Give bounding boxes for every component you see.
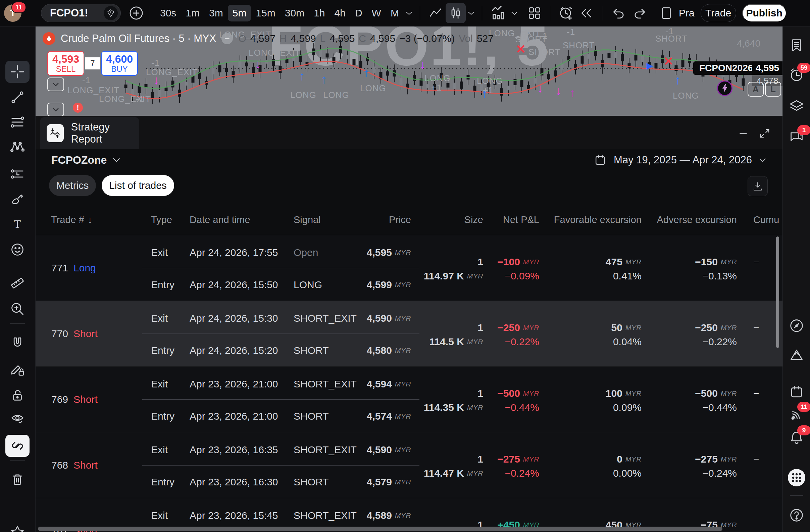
chart-title[interactable]: Crude Palm Oil Futures · 5 · MYX bbox=[61, 33, 216, 45]
exit-subrow: Exit Apr 23, 2026, 21:00 SHORT_EXIT 4,59… bbox=[35, 377, 782, 392]
buy-button[interactable]: 4,600 BUY bbox=[101, 51, 138, 76]
zoom-in-icon[interactable] bbox=[5, 298, 30, 320]
table-row[interactable]: 768 Short Exit Apr 23, 2026, 16:35 SHORT… bbox=[35, 432, 782, 498]
layout-grid-icon[interactable] bbox=[524, 3, 545, 23]
buy-price: 4,600 bbox=[106, 54, 133, 65]
magnet-icon[interactable] bbox=[5, 332, 30, 354]
alert-add-icon[interactable] bbox=[556, 3, 577, 23]
fib-lines-icon[interactable] bbox=[5, 111, 30, 133]
table-row[interactable]: 770 Short Exit Apr 24, 2026, 15:30 SHORT… bbox=[35, 301, 782, 367]
tf-5m-selected[interactable]: 5m bbox=[228, 5, 251, 21]
economic-calendar-icon[interactable] bbox=[786, 382, 807, 402]
tab-list-of-trades[interactable]: List of trades bbox=[102, 175, 174, 196]
ruler-icon[interactable] bbox=[5, 272, 30, 294]
vertical-scrollbar[interactable] bbox=[776, 236, 779, 348]
table-row[interactable]: 771 Long Exit Apr 24, 2026, 17:55 Open 4… bbox=[35, 235, 782, 301]
long-position-icon[interactable] bbox=[5, 163, 30, 185]
publish-button[interactable]: Publish bbox=[742, 4, 787, 22]
horizontal-scrollbar[interactable] bbox=[38, 527, 723, 531]
chart-style-chevron-icon[interactable] bbox=[466, 10, 476, 17]
favorites-star-icon[interactable] bbox=[5, 521, 30, 532]
link-tool-icon[interactable] bbox=[5, 435, 30, 457]
collapse-pane-button[interactable] bbox=[47, 78, 64, 91]
symbol-search[interactable]: FCPO1! bbox=[41, 4, 121, 22]
tf-30s[interactable]: 30s bbox=[155, 5, 181, 21]
undo-icon[interactable] bbox=[608, 3, 629, 23]
crosshair-icon[interactable] bbox=[5, 61, 30, 83]
add-symbol-button[interactable] bbox=[128, 5, 144, 21]
symbol-more-button[interactable] bbox=[222, 33, 233, 44]
column-date[interactable]: Date and time bbox=[190, 210, 250, 230]
compass-icon[interactable] bbox=[786, 316, 807, 336]
collapse-pane-button-2[interactable] bbox=[47, 103, 64, 116]
chat-icon[interactable]: 1 bbox=[786, 127, 807, 147]
hide-drawings-icon[interactable] bbox=[5, 408, 30, 430]
column-type[interactable]: Type bbox=[151, 210, 172, 230]
redo-icon[interactable] bbox=[629, 3, 650, 23]
maximize-panel-icon[interactable] bbox=[757, 126, 772, 140]
streams-icon[interactable]: 11 bbox=[786, 404, 807, 424]
tf-3m[interactable]: 3m bbox=[204, 5, 228, 21]
lock-icon[interactable] bbox=[5, 384, 30, 406]
line-chart-style-icon[interactable] bbox=[425, 3, 446, 23]
column-price[interactable]: Price bbox=[389, 210, 411, 230]
tf-m[interactable]: M bbox=[386, 5, 404, 21]
table-row[interactable]: 769 Short Exit Apr 23, 2026, 21:00 SHORT… bbox=[35, 366, 782, 432]
column-cumulative[interactable]: Cumu bbox=[753, 210, 779, 230]
tf-30m[interactable]: 30m bbox=[280, 5, 309, 21]
tab-metrics[interactable]: Metrics bbox=[49, 175, 96, 196]
tf-d[interactable]: D bbox=[350, 5, 367, 21]
text-tool-icon[interactable]: T bbox=[5, 213, 30, 235]
axis-price: 4,640 bbox=[737, 38, 760, 49]
tf-1m[interactable]: 1m bbox=[181, 5, 204, 21]
notifications-badge: 9 bbox=[797, 425, 810, 435]
candles-chart-style-icon[interactable] bbox=[446, 3, 466, 23]
drawing-lock-icon[interactable] bbox=[5, 359, 30, 381]
avatar[interactable]: T 11 bbox=[4, 4, 21, 22]
column-signal[interactable]: Signal bbox=[294, 210, 321, 230]
column-favorable-excursion[interactable]: Favorable excursion bbox=[554, 210, 642, 230]
apps-grid-icon[interactable] bbox=[786, 468, 807, 488]
indicators-icon[interactable] bbox=[488, 2, 509, 24]
trash-icon[interactable] bbox=[5, 468, 30, 491]
row-signal: SHORT bbox=[294, 475, 328, 489]
bar-replay-icon[interactable] bbox=[577, 3, 597, 23]
date-range-picker[interactable]: May 19, 2025 — Apr 24, 2026 bbox=[594, 151, 767, 169]
row-price: 4,574MYR bbox=[367, 409, 411, 423]
minimize-panel-icon[interactable] bbox=[736, 126, 750, 140]
column-trade-number[interactable]: Trade #↓ bbox=[51, 210, 92, 230]
column-net-pnl[interactable]: Net P&L bbox=[503, 210, 539, 230]
auto-scale-button[interactable]: A bbox=[748, 82, 764, 97]
indicators-chevron-icon[interactable] bbox=[509, 10, 520, 17]
layers-icon[interactable] bbox=[786, 96, 807, 116]
trend-line-icon[interactable] bbox=[5, 86, 30, 109]
column-adverse-excursion[interactable]: Adverse excursion bbox=[657, 210, 737, 230]
log-scale-button[interactable]: L bbox=[765, 82, 781, 97]
tf-15m[interactable]: 15m bbox=[251, 5, 280, 21]
xabcd-pattern-icon[interactable] bbox=[5, 136, 30, 158]
watchlist-icon[interactable] bbox=[786, 35, 807, 55]
export-download-button[interactable] bbox=[748, 176, 768, 196]
timeframes-chevron-icon[interactable] bbox=[404, 10, 415, 17]
notifications-bell-icon[interactable]: 9 bbox=[786, 427, 807, 447]
column-size[interactable]: Size bbox=[465, 210, 483, 230]
emoji-tool-icon[interactable] bbox=[5, 238, 30, 261]
help-icon[interactable] bbox=[786, 505, 807, 525]
low-label: L bbox=[320, 33, 326, 44]
indicator-error-icon[interactable]: ! bbox=[73, 103, 83, 113]
close-value: 4,595 bbox=[370, 33, 395, 44]
brush-icon[interactable] bbox=[5, 188, 30, 210]
ideas-icon[interactable] bbox=[786, 345, 807, 365]
row-signal: SHORT_EXIT bbox=[294, 377, 357, 392]
trade-button[interactable]: Trade bbox=[701, 4, 736, 22]
tf-4h[interactable]: 4h bbox=[330, 5, 350, 21]
alerts-clock-icon[interactable]: 59 bbox=[786, 65, 807, 85]
instant-orders-icon[interactable] bbox=[717, 81, 732, 96]
chart-area[interactable]: FCPO1!, 5 LONG_EXITLONG_EXIT-1LONG_EXITL… bbox=[35, 26, 782, 116]
sell-button[interactable]: 4,593 SELL bbox=[47, 51, 84, 76]
strategy-report-tab[interactable]: Strategy Report bbox=[40, 117, 139, 149]
tf-w[interactable]: W bbox=[367, 5, 386, 21]
tf-1h[interactable]: 1h bbox=[309, 5, 329, 21]
strategy-selector[interactable]: FCPOZone bbox=[51, 151, 121, 169]
snapshot-frame-icon[interactable] bbox=[656, 3, 676, 23]
